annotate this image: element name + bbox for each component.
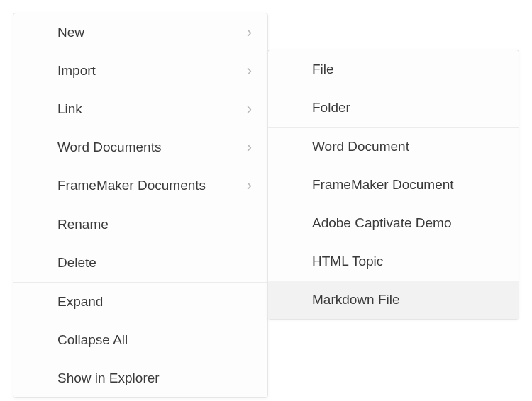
- menu-item-label: Expand: [57, 294, 103, 310]
- menu-item-framemaker-documents[interactable]: FrameMaker Documents ›: [13, 166, 267, 205]
- menu-item-label: Show in Explorer: [57, 371, 160, 386]
- secondary-context-menu: File Folder Word Document FrameMaker Doc…: [267, 50, 519, 320]
- menu-item-label: FrameMaker Documents: [57, 178, 206, 193]
- submenu-item-framemaker-document[interactable]: FrameMaker Document: [268, 166, 519, 204]
- menu-item-word-documents[interactable]: Word Documents ›: [13, 128, 267, 166]
- menu-item-show-in-explorer[interactable]: Show in Explorer: [13, 359, 267, 397]
- submenu-item-file[interactable]: File: [268, 50, 519, 89]
- submenu-item-folder[interactable]: Folder: [268, 89, 519, 127]
- menu-item-label: Rename: [57, 217, 109, 232]
- menu-item-import[interactable]: Import ›: [13, 52, 267, 90]
- menu-item-label: Collapse All: [57, 332, 128, 348]
- menu-item-label: FrameMaker Document: [312, 177, 454, 193]
- chevron-right-icon: ›: [247, 140, 252, 155]
- submenu-item-html-topic[interactable]: HTML Topic: [268, 242, 519, 281]
- submenu-item-adobe-captivate-demo[interactable]: Adobe Captivate Demo: [268, 204, 519, 242]
- menu-item-label: Adobe Captivate Demo: [312, 215, 451, 231]
- menu-item-label: New: [57, 25, 84, 40]
- menu-item-expand[interactable]: Expand: [13, 283, 267, 321]
- menu-item-link[interactable]: Link ›: [13, 90, 267, 128]
- submenu-item-markdown-file[interactable]: Markdown File: [268, 281, 519, 319]
- chevron-right-icon: ›: [247, 25, 252, 40]
- menu-item-label: Word Documents: [57, 140, 161, 155]
- chevron-right-icon: ›: [247, 63, 252, 79]
- menu-item-label: Delete: [57, 255, 96, 271]
- chevron-right-icon: ›: [247, 178, 252, 193]
- menu-item-delete[interactable]: Delete: [13, 244, 267, 282]
- chevron-right-icon: ›: [247, 101, 252, 117]
- menu-item-label: Word Document: [312, 139, 409, 154]
- menu-item-new[interactable]: New ›: [13, 13, 267, 52]
- primary-context-menu: New › Import › Link › Word Documents › F…: [13, 13, 268, 398]
- menu-item-rename[interactable]: Rename: [13, 205, 267, 244]
- menu-item-collapse-all[interactable]: Collapse All: [13, 321, 267, 359]
- menu-item-label: File: [312, 62, 334, 77]
- menu-item-label: Link: [57, 101, 82, 117]
- menu-item-label: Markdown File: [312, 292, 400, 307]
- menu-item-label: Import: [57, 63, 96, 79]
- menu-item-label: Folder: [312, 100, 350, 115]
- menu-item-label: HTML Topic: [312, 254, 383, 269]
- submenu-item-word-document[interactable]: Word Document: [268, 128, 519, 166]
